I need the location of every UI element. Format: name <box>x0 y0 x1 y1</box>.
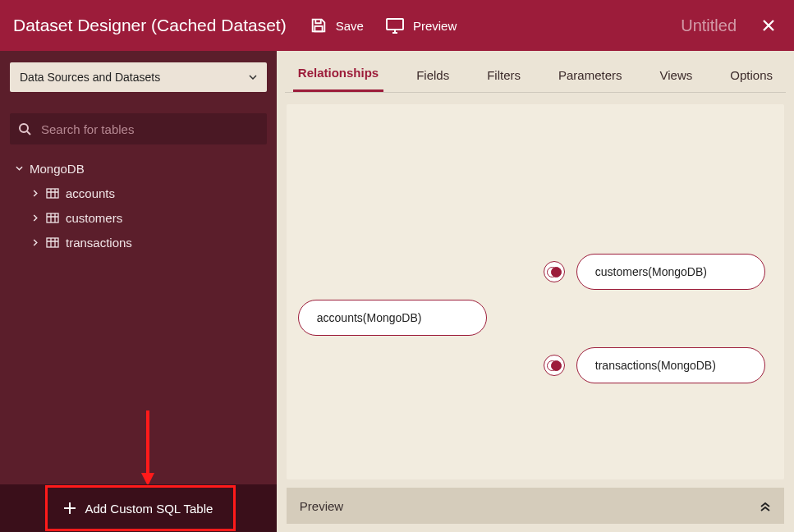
node-label: transactions(MongoDB) <box>595 359 716 372</box>
plus-icon <box>63 502 76 515</box>
table-tree: MongoDB accounts <box>10 156 267 255</box>
svg-rect-5 <box>47 238 58 247</box>
join-badge[interactable] <box>544 261 565 282</box>
tree-table-row[interactable]: transactions <box>10 230 267 255</box>
add-custom-sql-button[interactable]: Add Custom SQL Table <box>40 493 236 524</box>
tab-relationships[interactable]: Relationships <box>293 66 383 92</box>
tree-table-row[interactable]: customers <box>10 205 267 230</box>
tab-options[interactable]: Options <box>725 68 778 92</box>
tab-parameters[interactable]: Parameters <box>553 68 627 92</box>
search-input[interactable] <box>41 122 259 136</box>
join-badge[interactable] <box>544 355 565 376</box>
chevron-right-icon <box>31 239 39 246</box>
save-icon <box>310 16 328 34</box>
svg-rect-3 <box>47 189 58 198</box>
svg-point-2 <box>20 124 28 132</box>
title-bar: Dataset Designer (Cached Dataset) Save P… <box>0 0 794 51</box>
search-bar[interactable] <box>10 113 267 144</box>
double-chevron-up-icon <box>760 500 771 511</box>
svg-rect-1 <box>387 19 403 30</box>
chevron-right-icon <box>31 190 39 197</box>
chevron-down-icon <box>15 166 23 171</box>
node-label: accounts(MongoDB) <box>317 311 422 324</box>
venn-icon <box>547 360 562 370</box>
edge-lines <box>287 104 533 227</box>
chevron-down-icon <box>249 75 257 80</box>
tab-fields[interactable]: Fields <box>411 68 454 92</box>
tab-bar: Relationships Fields Filters Parameters … <box>277 51 794 92</box>
add-button-label: Add Custom SQL Table <box>85 502 213 516</box>
sidebar-footer: Add Custom SQL Table <box>0 484 277 532</box>
table-icon <box>46 237 59 248</box>
table-label: accounts <box>66 186 115 200</box>
tree-source-row[interactable]: MongoDB <box>10 156 267 181</box>
tab-filters[interactable]: Filters <box>482 68 526 92</box>
main-panel: Relationships Fields Filters Parameters … <box>277 51 794 532</box>
table-label: customers <box>66 211 122 225</box>
chevron-right-icon <box>31 214 39 222</box>
preview-panel-toggle[interactable]: Preview <box>287 488 784 524</box>
node-transactions[interactable]: transactions(MongoDB) <box>576 347 765 383</box>
table-icon <box>46 213 59 223</box>
document-name: Untitled <box>681 16 737 35</box>
monitor-icon <box>385 17 405 34</box>
tab-views[interactable]: Views <box>655 68 698 92</box>
body: Data Sources and Datasets <box>0 51 794 532</box>
relationships-canvas[interactable]: accounts(MongoDB) customers(MongoDB) tra… <box>287 104 784 479</box>
close-button[interactable] <box>756 13 781 38</box>
save-label: Save <box>336 19 364 33</box>
search-icon <box>18 122 31 135</box>
save-button[interactable]: Save <box>310 16 364 34</box>
svg-rect-0 <box>314 26 322 31</box>
datasource-dropdown[interactable]: Data Sources and Datasets <box>10 62 267 92</box>
svg-rect-4 <box>47 213 58 222</box>
preview-panel-label: Preview <box>300 499 343 513</box>
app-title: Dataset Designer (Cached Dataset) <box>13 16 287 35</box>
preview-label: Preview <box>413 19 457 33</box>
preview-button[interactable]: Preview <box>385 17 457 34</box>
source-label: MongoDB <box>30 162 85 176</box>
table-icon <box>46 188 59 199</box>
sidebar: Data Sources and Datasets <box>0 51 277 532</box>
node-customers[interactable]: customers(MongoDB) <box>576 254 765 290</box>
venn-icon <box>547 267 562 277</box>
node-label: customers(MongoDB) <box>595 265 707 278</box>
app-root: Dataset Designer (Cached Dataset) Save P… <box>0 0 794 532</box>
dropdown-label: Data Sources and Datasets <box>20 71 160 84</box>
node-root[interactable]: accounts(MongoDB) <box>298 300 487 336</box>
tree-table-row[interactable]: accounts <box>10 181 267 205</box>
table-label: transactions <box>66 236 132 250</box>
